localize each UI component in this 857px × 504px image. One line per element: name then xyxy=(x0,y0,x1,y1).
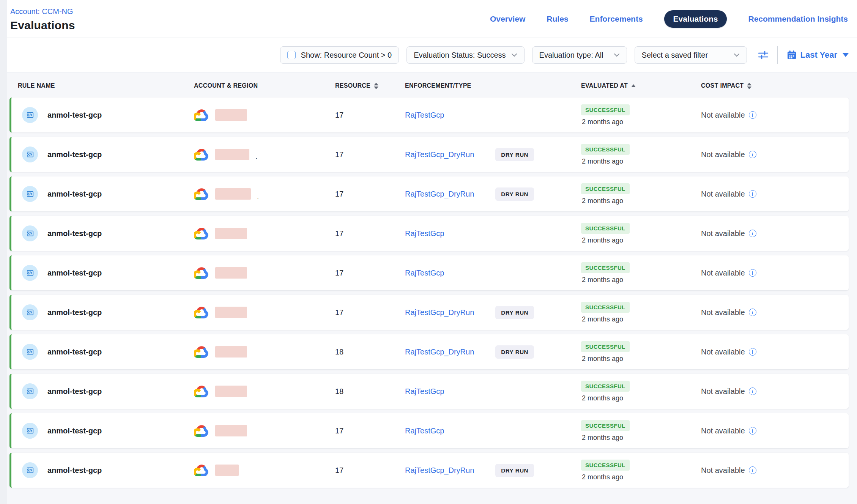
enforcement-link[interactable]: RajTestGcp xyxy=(405,387,444,396)
cost-impact-cell: Not available i xyxy=(701,466,849,475)
status-badge: SUCCESSFUL xyxy=(581,104,630,115)
resource-count-filter-toggle[interactable]: Show: Resource Count > 0 xyxy=(280,46,399,64)
enforcement-cell: RajTestGcp xyxy=(405,387,581,396)
account-region-cell xyxy=(194,109,335,121)
table-row[interactable]: anmol-test-gcp 17 RajTestGcp SUCCESSFUL … xyxy=(9,98,849,132)
gcp-cloud-icon xyxy=(194,109,209,121)
page-title: Evaluations xyxy=(10,19,75,32)
rule-icon xyxy=(22,344,38,360)
evaluated-at-cell: SUCCESSFUL 2 months ago xyxy=(581,341,701,363)
column-header-evaluated-at[interactable]: EVALUATED AT xyxy=(581,82,701,89)
date-range-picker[interactable]: Last Year xyxy=(787,50,849,60)
gcp-cloud-icon xyxy=(194,188,209,200)
info-icon[interactable]: i xyxy=(749,387,756,395)
evaluation-type-dropdown[interactable]: Evaluation type: All xyxy=(532,46,627,64)
rule-cell: anmol-test-gcp xyxy=(11,186,194,202)
evaluation-status-dropdown[interactable]: Evaluation Status: Success xyxy=(406,46,524,64)
info-icon[interactable]: i xyxy=(749,230,756,237)
rule-name: anmol-test-gcp xyxy=(47,387,102,396)
table-row[interactable]: anmol-test-gcp . 17 RajTestGcp_DryRun DR… xyxy=(9,137,849,172)
filter-bar: Show: Resource Count > 0 Evaluation Stat… xyxy=(7,38,857,72)
dry-run-badge: DRY RUN xyxy=(495,464,534,477)
table-row[interactable]: anmol-test-gcp 17 RajTestGcp_DryRun DRY … xyxy=(9,295,849,330)
enforcement-link[interactable]: RajTestGcp xyxy=(405,111,444,120)
evaluated-time: 2 months ago xyxy=(581,276,623,284)
chevron-down-icon xyxy=(734,53,740,57)
table-row[interactable]: anmol-test-gcp 17 RajTestGcp SUCCESSFUL … xyxy=(9,216,849,251)
info-icon[interactable]: i xyxy=(749,466,756,474)
rule-name: anmol-test-gcp xyxy=(47,308,102,317)
tab-evaluations[interactable]: Evaluations xyxy=(664,10,727,28)
table-row[interactable]: anmol-test-gcp 17 RajTestGcp_DryRun DRY … xyxy=(9,453,849,488)
column-header-enforcement-type[interactable]: ENFORCEMENT/TYPE xyxy=(405,82,581,89)
gcp-cloud-icon xyxy=(194,464,209,477)
enforcement-link[interactable]: RajTestGcp_DryRun xyxy=(405,150,474,159)
evaluated-at-cell: SUCCESSFUL 2 months ago xyxy=(581,144,701,165)
filter-options-button[interactable] xyxy=(757,49,770,61)
resource-count-label: Show: Resource Count > 0 xyxy=(301,51,392,60)
tab-rules[interactable]: Rules xyxy=(547,14,568,24)
rule-icon xyxy=(22,304,38,320)
table-row[interactable]: anmol-test-gcp 18 RajTestGcp_DryRun DRY … xyxy=(9,334,849,369)
table-row[interactable]: anmol-test-gcp . 17 RajTestGcp_DryRun DR… xyxy=(9,176,849,211)
rule-cell: anmol-test-gcp xyxy=(11,344,194,360)
status-badge: SUCCESSFUL xyxy=(581,460,630,471)
resource-count: 17 xyxy=(335,466,405,475)
sliders-icon xyxy=(758,50,769,60)
gcp-cloud-icon xyxy=(194,267,209,279)
rule-name: anmol-test-gcp xyxy=(47,269,102,277)
rule-cell: anmol-test-gcp xyxy=(11,304,194,320)
evaluated-at-cell: SUCCESSFUL 2 months ago xyxy=(581,104,701,126)
rule-name: anmol-test-gcp xyxy=(47,190,102,198)
enforcement-link[interactable]: RajTestGcp xyxy=(405,229,444,238)
cost-impact-cell: Not available i xyxy=(701,269,849,277)
breadcrumb-account-link[interactable]: Account: CCM-NG xyxy=(10,7,75,16)
resource-count: 17 xyxy=(335,427,405,435)
page-header: Account: CCM-NG Evaluations Overview Rul… xyxy=(7,0,857,38)
column-header-resource[interactable]: RESOURCE xyxy=(335,82,405,89)
table-row[interactable]: anmol-test-gcp 17 RajTestGcp SUCCESSFUL … xyxy=(9,255,849,290)
gcp-cloud-icon xyxy=(194,346,209,358)
column-header-account-region[interactable]: ACCOUNT & REGION xyxy=(194,82,335,89)
resource-count-checkbox[interactable] xyxy=(287,51,296,59)
info-icon[interactable]: i xyxy=(749,309,756,316)
redacted-text-remnant: . xyxy=(255,153,257,161)
info-icon[interactable]: i xyxy=(749,348,756,356)
sort-ascending-icon[interactable] xyxy=(631,84,636,87)
column-header-cost-impact[interactable]: COST IMPACT xyxy=(701,82,857,89)
enforcement-link[interactable]: RajTestGcp_DryRun xyxy=(405,308,474,317)
info-icon[interactable]: i xyxy=(749,269,756,277)
info-icon[interactable]: i xyxy=(749,427,756,435)
table-row[interactable]: anmol-test-gcp 18 RajTestGcp SUCCESSFUL … xyxy=(9,374,849,409)
enforcement-link[interactable]: RajTestGcp xyxy=(405,269,444,277)
tab-recommendation-insights[interactable]: Recommendation Insights xyxy=(748,14,848,24)
gcp-cloud-icon xyxy=(194,425,209,437)
rule-cell: anmol-test-gcp xyxy=(11,383,194,399)
enforcement-link[interactable]: RajTestGcp_DryRun xyxy=(405,466,474,475)
enforcement-cell: RajTestGcp xyxy=(405,229,581,238)
column-header-rule-name[interactable]: RULE NAME xyxy=(11,82,194,89)
status-badge: SUCCESSFUL xyxy=(581,144,630,155)
enforcement-link[interactable]: RajTestGcp xyxy=(405,427,444,435)
info-icon[interactable]: i xyxy=(749,151,756,158)
cost-impact-value: Not available xyxy=(701,348,745,356)
info-icon[interactable]: i xyxy=(749,190,756,198)
table-row[interactable]: anmol-test-gcp 17 RajTestGcp SUCCESSFUL … xyxy=(9,413,849,448)
cost-impact-value: Not available xyxy=(701,150,745,159)
sort-icon[interactable] xyxy=(747,83,751,89)
account-region-cell: . xyxy=(194,148,335,161)
evaluated-time: 2 months ago xyxy=(581,434,623,442)
dry-run-badge: DRY RUN xyxy=(495,148,534,161)
rule-cell: anmol-test-gcp xyxy=(11,423,194,439)
saved-filter-dropdown[interactable]: Select a saved filter xyxy=(635,46,747,64)
cost-impact-value: Not available xyxy=(701,308,745,317)
enforcement-link[interactable]: RajTestGcp_DryRun xyxy=(405,190,474,198)
info-icon[interactable]: i xyxy=(749,111,756,119)
rule-cell: anmol-test-gcp xyxy=(11,146,194,162)
gcp-cloud-icon xyxy=(194,227,209,240)
enforcement-link[interactable]: RajTestGcp_DryRun xyxy=(405,348,474,356)
tab-enforcements[interactable]: Enforcements xyxy=(590,14,643,24)
sort-icon[interactable] xyxy=(374,83,378,89)
tab-overview[interactable]: Overview xyxy=(490,14,525,24)
dry-run-badge: DRY RUN xyxy=(495,345,534,359)
